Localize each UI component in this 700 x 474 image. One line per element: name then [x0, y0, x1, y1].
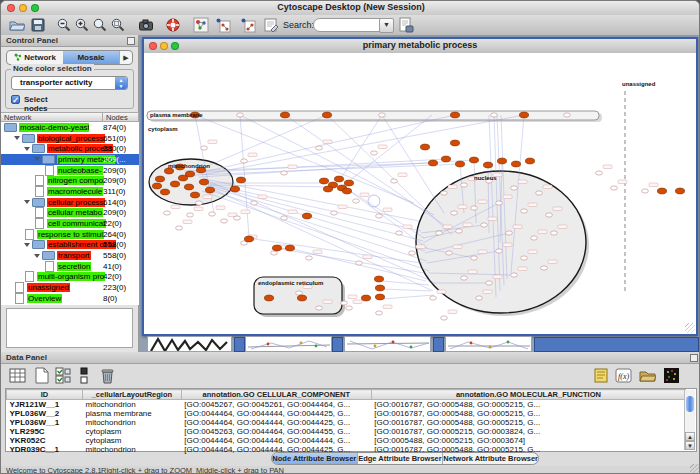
network-node[interactable]	[511, 273, 518, 277]
tree-row[interactable]: response to stimul264(0)	[1, 229, 139, 240]
selected-network-node[interactable]	[285, 245, 294, 251]
network-node[interactable]	[391, 179, 398, 183]
selected-network-node[interactable]	[675, 188, 684, 194]
selected-network-node[interactable]	[205, 187, 214, 193]
disclosure-triangle-icon[interactable]	[34, 254, 40, 258]
selected-network-node[interactable]	[450, 112, 459, 118]
network-node[interactable]	[536, 191, 543, 195]
tree-row[interactable]: nucleobase-209(0)	[1, 165, 139, 176]
network-node[interactable]	[316, 146, 323, 150]
network-node[interactable]	[551, 231, 558, 235]
tree-column-network[interactable]: Network	[1, 112, 103, 122]
new-network-from-selected-edges-icon[interactable]	[240, 17, 256, 33]
attribute-editor-icon[interactable]	[593, 367, 610, 384]
tree-row[interactable]: unassigned223(0)	[1, 282, 139, 293]
edge[interactable]	[204, 185, 433, 291]
network-node[interactable]	[306, 256, 313, 260]
background-window-fragment[interactable]	[245, 336, 332, 352]
selected-network-node[interactable]	[190, 192, 199, 198]
edge[interactable]	[382, 295, 434, 299]
tree-row[interactable]: cell communicat22(0)	[1, 218, 139, 229]
background-window-edge[interactable]	[433, 337, 444, 352]
network-node[interactable]	[251, 201, 258, 205]
network-node[interactable]	[441, 316, 448, 320]
tree-row[interactable]: multi-organism pro42(0)	[1, 272, 139, 283]
table-column-header[interactable]: ID	[7, 390, 83, 400]
tree-row[interactable]: macromolecule311(0)	[1, 186, 139, 197]
network-node[interactable]	[471, 206, 478, 210]
network-node[interactable]	[316, 306, 323, 310]
network-node[interactable]	[521, 209, 528, 213]
network-node[interactable]	[441, 191, 448, 195]
network-node[interactable]	[281, 216, 288, 220]
network-node[interactable]	[476, 296, 483, 300]
selected-network-node[interactable]	[361, 295, 370, 301]
search-dropdown-arrow[interactable]: ▼	[379, 18, 394, 33]
tree-row[interactable]: metabolic process280(0)	[1, 143, 139, 154]
delete-attribute-trash-icon[interactable]	[99, 367, 116, 384]
network-node[interactable]	[486, 281, 493, 285]
selected-network-node[interactable]	[469, 157, 478, 163]
selected-network-node[interactable]	[264, 295, 273, 301]
network-node[interactable]	[596, 171, 603, 175]
selected-network-node[interactable]	[297, 295, 306, 301]
network-node[interactable]	[379, 113, 386, 117]
tree-row[interactable]: establishment of lo558(0)	[1, 240, 139, 251]
selected-network-node[interactable]	[450, 140, 459, 146]
network-node[interactable]	[353, 199, 360, 203]
network-node[interactable]	[271, 251, 278, 255]
network-canvas[interactable]: plasma membranecytoplasmmitochondrionnuc…	[144, 53, 696, 334]
tree-row[interactable]: transport558(0)	[1, 250, 139, 261]
network-node[interactable]	[409, 251, 416, 255]
new-network-icon[interactable]	[193, 17, 209, 33]
network-node[interactable]	[376, 214, 383, 218]
network-node[interactable]	[471, 256, 478, 260]
network-node[interactable]	[430, 296, 437, 300]
tree-row[interactable]: cellular process614(0)	[1, 197, 139, 208]
network-node[interactable]	[491, 113, 498, 117]
background-window-titlebar[interactable]	[534, 337, 699, 352]
zoom-fit-icon[interactable]	[92, 17, 108, 33]
selected-network-node[interactable]	[244, 236, 253, 242]
table-row[interactable]: YKR052Ccytoplasm[GO:0044464, GO:0044446,…	[7, 436, 686, 445]
selected-network-node[interactable]	[302, 213, 311, 219]
self-loop-edge[interactable]	[368, 195, 380, 207]
select-nodes-checkbox[interactable]: ✓	[11, 95, 20, 104]
scroll-up-arrow[interactable]: ▲	[685, 432, 695, 441]
network-node[interactable]	[241, 159, 248, 163]
network-node[interactable]	[456, 229, 463, 233]
selected-network-node[interactable]	[184, 184, 193, 190]
search-input[interactable]	[313, 18, 387, 32]
selected-network-node[interactable]	[178, 175, 187, 181]
selected-network-node[interactable]	[280, 112, 289, 118]
selected-network-node[interactable]	[155, 176, 164, 182]
tab-network-attribute-browser[interactable]: Network Attribute Browser	[443, 453, 538, 464]
selected-network-node[interactable]	[420, 144, 429, 150]
network-node[interactable]	[521, 256, 528, 260]
table-row[interactable]: YLR295Ccytoplasm[GO:0045263, GO:0044464,…	[7, 427, 686, 436]
background-window-fragment[interactable]	[147, 336, 232, 352]
new-attribute-icon[interactable]	[33, 367, 50, 384]
network-node[interactable]	[164, 211, 171, 215]
control-panel-float-icon[interactable]	[127, 37, 135, 45]
tree-row[interactable]: secretion41(0)	[1, 261, 139, 272]
network-node[interactable]	[506, 231, 513, 235]
disclosure-triangle-icon[interactable]	[34, 157, 40, 161]
network-node[interactable]	[396, 231, 403, 235]
network-node[interactable]	[541, 266, 548, 270]
import-attribute-folder-icon[interactable]	[639, 367, 656, 384]
network-node[interactable]	[564, 113, 571, 117]
network-node[interactable]	[461, 276, 468, 280]
background-window-fragment[interactable]	[344, 336, 431, 352]
table-row[interactable]: YPL036W__2plasma membrane[GO:0044464, GO…	[7, 409, 686, 418]
attribute-grid-icon[interactable]	[9, 367, 26, 384]
network-node[interactable]	[176, 226, 183, 230]
network-node[interactable]	[237, 113, 244, 117]
edge[interactable]	[240, 115, 249, 237]
open-session-icon[interactable]	[9, 17, 25, 33]
selected-network-node[interactable]	[441, 156, 450, 162]
unify-attributes-icon[interactable]	[77, 367, 94, 384]
background-window-fragment[interactable]	[445, 336, 532, 352]
selected-network-node[interactable]	[272, 245, 281, 251]
edge[interactable]	[280, 249, 424, 273]
